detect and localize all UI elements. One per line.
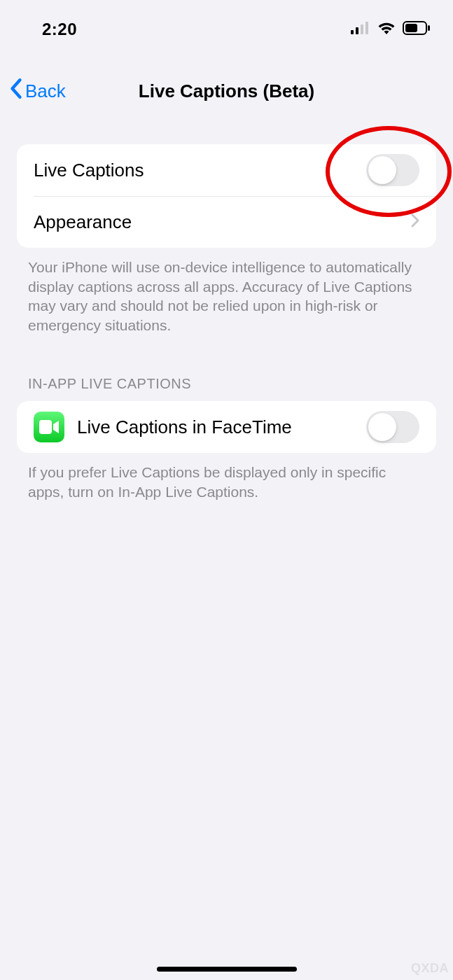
cellular-icon [351, 22, 370, 37]
back-label: Back [25, 80, 66, 102]
svg-rect-7 [39, 420, 52, 434]
svg-rect-2 [361, 24, 363, 34]
svg-rect-1 [356, 27, 358, 34]
live-captions-toggle[interactable] [366, 154, 419, 186]
facetime-row[interactable]: Live Captions in FaceTime [17, 401, 436, 453]
svg-rect-3 [365, 22, 368, 34]
facetime-icon [34, 412, 64, 442]
status-bar: 2:20 [0, 0, 453, 49]
settings-group-inapp: Live Captions in FaceTime [17, 401, 436, 453]
group2-header: In-App Live Captions [0, 340, 453, 401]
appearance-row[interactable]: Appearance [17, 196, 436, 248]
chevron-left-icon [10, 78, 22, 104]
facetime-label: Live Captions in FaceTime [77, 416, 366, 438]
page-title: Live Captions (Beta) [139, 80, 314, 102]
wifi-icon [377, 21, 396, 38]
home-indicator[interactable] [157, 967, 297, 972]
svg-rect-0 [351, 30, 354, 34]
toggle-knob [368, 156, 396, 184]
status-time: 2:20 [42, 20, 77, 39]
facetime-toggle[interactable] [366, 411, 419, 443]
settings-group-main: Live Captions Appearance [17, 144, 436, 248]
nav-bar: Back Live Captions (Beta) [0, 70, 453, 112]
back-button[interactable]: Back [10, 78, 66, 104]
svg-rect-6 [428, 25, 430, 31]
watermark: QXDA [411, 961, 449, 976]
appearance-label: Appearance [34, 211, 411, 233]
group2-footer: If you prefer Live Captions be displayed… [0, 453, 453, 501]
status-right [351, 21, 431, 38]
chevron-right-icon [411, 214, 419, 230]
group1-footer: Your iPhone will use on-device intellige… [0, 248, 453, 340]
live-captions-label: Live Captions [34, 160, 366, 181]
svg-rect-5 [405, 24, 417, 32]
live-captions-row[interactable]: Live Captions [17, 144, 436, 196]
toggle-knob [368, 413, 396, 441]
battery-icon [403, 21, 431, 38]
